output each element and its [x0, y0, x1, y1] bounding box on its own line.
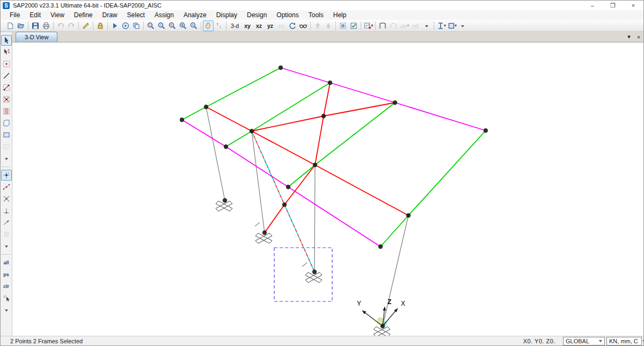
quick-draw-braces-button[interactable] — [1, 94, 12, 105]
open-model-button[interactable] — [16, 20, 26, 31]
new-model-button[interactable] — [5, 20, 16, 31]
snap-to-lines-edges-button[interactable] — [1, 217, 12, 228]
move-down-in-list-icon — [324, 21, 333, 30]
snap-to-intersections-button[interactable] — [1, 193, 12, 204]
tab-3d-view[interactable]: 3-D View — [16, 32, 57, 42]
set-3d-view-button[interactable]: 3-d — [228, 20, 241, 31]
snap-to-joints-icon — [2, 171, 11, 179]
object-shortcut-options-button[interactable]: ▾ — [363, 20, 374, 31]
draw-joint-button[interactable] — [1, 59, 12, 69]
frame-section-display-button[interactable]: ▾ — [436, 20, 447, 31]
set-nv-view-label: nv — [276, 23, 287, 29]
model-canvas[interactable]: XYZ — [12, 42, 643, 336]
walkthrough-button[interactable] — [214, 20, 224, 31]
restore-full-view-button[interactable] — [156, 20, 167, 31]
minimize-button[interactable]: – — [582, 1, 603, 10]
cursor-coordinates: X0. Y0. Z0. — [523, 338, 555, 344]
tab-close-icon[interactable]: × — [634, 32, 643, 42]
shrink-objects-button[interactable] — [338, 20, 348, 31]
perspective-toggle-button[interactable] — [298, 20, 309, 31]
menu-file[interactable]: File — [5, 10, 25, 20]
rotate-3d-view-button[interactable] — [287, 20, 298, 31]
more-select-tools-button[interactable] — [1, 305, 12, 315]
draw-poly-area-button[interactable] — [1, 118, 12, 128]
close-button[interactable]: × — [623, 1, 643, 10]
portal-frame-tool-button[interactable] — [377, 20, 388, 31]
print-button[interactable] — [41, 20, 52, 31]
deselect-mode-button[interactable] — [1, 293, 12, 304]
restore-previous-selection-button[interactable]: ps — [1, 269, 12, 280]
rotate-3d-view-icon — [288, 21, 297, 30]
set-yz-view-button[interactable]: yz — [265, 20, 276, 31]
snap-to-ends-midpoints-button[interactable] — [1, 182, 12, 192]
window-controls: –❐× — [582, 1, 643, 10]
coordinate-system-select[interactable]: GLOBAL — [563, 337, 605, 345]
truss-frame-tool-dropdown-icon[interactable]: ▾ — [407, 23, 409, 28]
zoom-out-one-step-button[interactable] — [188, 20, 199, 31]
menu-tools[interactable]: Tools — [304, 10, 328, 20]
pan-button[interactable] — [203, 20, 214, 31]
frame-section-display-dropdown-icon[interactable]: ▾ — [444, 23, 446, 28]
model-svg[interactable]: XYZ — [12, 42, 644, 337]
select-all-label: all — [3, 260, 9, 265]
menu-assign[interactable]: Assign — [150, 10, 179, 20]
rubber-band-zoom-button[interactable] — [145, 20, 156, 31]
lock-model-button[interactable] — [95, 20, 106, 31]
menu-draw[interactable]: Draw — [98, 10, 122, 20]
menu-help[interactable]: Help — [328, 10, 352, 20]
set-xy-view-button[interactable]: xy — [241, 20, 253, 31]
zoom-in-one-step-button[interactable] — [178, 20, 188, 31]
draw-frame-button[interactable] — [1, 70, 12, 81]
gable-frame-tool-icon — [389, 21, 398, 30]
move-up-in-list-button — [312, 20, 323, 31]
tab-list-dropdown-icon[interactable]: ▾ — [624, 32, 634, 42]
snap-to-fine-grid-button — [1, 229, 12, 240]
quick-draw-frame-button[interactable] — [1, 82, 12, 93]
menu-analyze[interactable]: Analyze — [179, 10, 211, 20]
more-select-tools-icon — [2, 306, 11, 314]
template-dropdown-button[interactable] — [421, 20, 432, 31]
menu-design[interactable]: Design — [242, 10, 272, 20]
menu-define[interactable]: Define — [69, 10, 98, 20]
clear-selection-button[interactable]: clr — [1, 281, 12, 292]
area-section-display-button[interactable]: ▾ — [447, 20, 457, 31]
save-model-button[interactable] — [30, 20, 41, 31]
snap-to-intersections-icon — [2, 194, 11, 203]
set-xz-view-button[interactable]: xz — [253, 20, 265, 31]
menu-options[interactable]: Options — [272, 10, 303, 20]
model-alive-button[interactable] — [131, 20, 142, 31]
area-section-display-dropdown-icon[interactable]: ▾ — [455, 23, 457, 28]
menu-edit[interactable]: Edit — [25, 10, 46, 20]
toolbar-separator — [2, 167, 11, 167]
view-tab-bar: 3-D View ▾ × — [12, 32, 643, 42]
select-pointer-button[interactable] — [1, 35, 12, 46]
more-display-dropdown-button[interactable] — [457, 20, 468, 31]
menu-view[interactable]: View — [46, 10, 69, 20]
object-shortcut-options-dropdown-icon[interactable]: ▾ — [371, 23, 373, 28]
maximize-button[interactable]: ❐ — [603, 1, 623, 10]
menu-select[interactable]: Select — [122, 10, 150, 20]
run-analysis-options-button[interactable] — [120, 20, 131, 31]
quick-draw-secondary-beams-button[interactable] — [1, 106, 12, 117]
more-snap-tools-button[interactable] — [1, 241, 12, 251]
select-all-button[interactable]: all — [1, 257, 12, 268]
more-draw-tools-button[interactable] — [1, 153, 12, 164]
units-value: KN, mm, C — [609, 338, 638, 344]
quick-draw-frame-icon — [2, 83, 11, 92]
selected-point-marks — [255, 222, 307, 266]
selected-frame-members — [252, 131, 314, 272]
snap-to-perpendicular-icon — [2, 206, 11, 215]
snap-to-joints-button[interactable] — [1, 170, 12, 181]
model-alive-icon — [132, 21, 141, 30]
quick-draw-area-icon — [2, 142, 11, 151]
refresh-window-button[interactable] — [80, 20, 91, 31]
previous-zoom-button[interactable] — [167, 20, 178, 31]
set-display-options-button[interactable] — [348, 20, 359, 31]
run-analysis-button[interactable] — [109, 20, 120, 31]
units-select[interactable]: KN, mm, C — [606, 337, 642, 345]
reshape-object-button[interactable] — [1, 47, 12, 57]
draw-rect-area-button[interactable] — [1, 129, 12, 140]
menu-display[interactable]: Display — [211, 10, 242, 20]
snap-to-perpendicular-button[interactable] — [1, 205, 12, 216]
restore-full-view-icon — [157, 21, 166, 30]
